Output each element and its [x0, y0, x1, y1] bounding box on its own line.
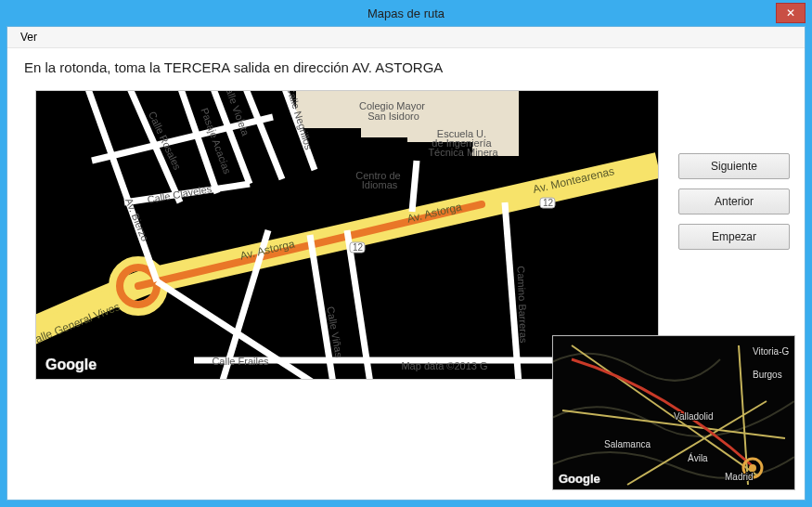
road-badge-12b: 12: [540, 198, 555, 208]
map-mini[interactable]: Madrid Valladolid Salamanca Ávila Burgos…: [552, 335, 795, 490]
city-valladolid-label: Valladolid: [674, 411, 714, 422]
city-vitoria-label: Vitoria-G: [753, 346, 789, 357]
map-attribution: Map data ©2013 G: [401, 360, 487, 371]
poi-colegio-label: Colegio Mayor San Isidoro: [359, 100, 428, 122]
city-avila-label: Ávila: [688, 452, 708, 463]
city-madrid-label: Madrid: [725, 472, 754, 482]
close-button[interactable]: ✕: [776, 3, 806, 23]
svg-text:12: 12: [543, 198, 554, 208]
window-title: Mapas de ruta: [367, 6, 445, 20]
client-area: Ver En la rotonda, toma la TERCERA salid…: [6, 26, 806, 500]
titlebar[interactable]: Mapas de ruta ✕: [6, 0, 806, 26]
route-instruction: En la rotonda, toma la TERCERA salida en…: [7, 48, 805, 81]
google-branding-mini: Google: [559, 472, 600, 486]
app-window: Mapas de ruta ✕ Ver En la rotonda, toma …: [0, 0, 812, 507]
poi-centro-label: Centro de Idiomas: [355, 170, 403, 190]
road-badge-12a: 12: [350, 242, 365, 253]
menu-ver[interactable]: Ver: [13, 29, 45, 46]
svg-point-11: [749, 464, 756, 472]
close-icon: ✕: [786, 6, 795, 20]
poi-escuela-label: Escuela U. de Ingeniería Técnica Minera: [428, 128, 498, 158]
menubar: Ver: [7, 27, 805, 48]
road-frailes-label: Calle Frailes: [212, 356, 269, 367]
city-burgos-label: Burgos: [753, 370, 782, 380]
content-area: Siguiente Anterior Empezar: [7, 81, 805, 500]
start-button[interactable]: Empezar: [678, 224, 790, 250]
google-branding: Google: [45, 357, 97, 372]
svg-text:12: 12: [353, 242, 364, 253]
city-salamanca-label: Salamanca: [604, 439, 651, 449]
prev-button[interactable]: Anterior: [678, 188, 790, 214]
svg-rect-2: [361, 137, 407, 163]
next-button[interactable]: Siguiente: [678, 153, 790, 179]
button-column: Siguiente Anterior Empezar: [678, 153, 790, 250]
